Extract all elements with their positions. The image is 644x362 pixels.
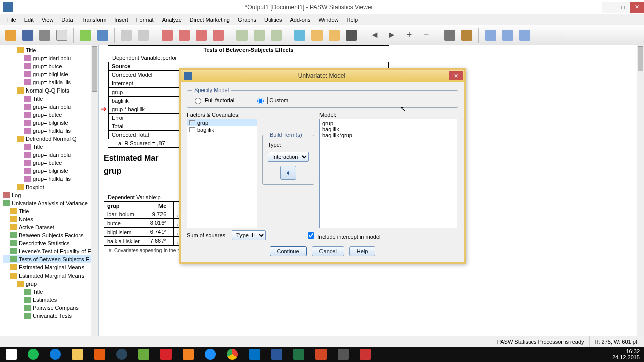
book-button[interactable]: [459, 28, 474, 43]
maximize-button[interactable]: □: [616, 2, 630, 13]
outline-item[interactable]: Boxplot: [3, 183, 98, 191]
dialog-recall-button[interactable]: [95, 28, 110, 43]
outline-item[interactable]: Title: [3, 46, 98, 54]
outline-item[interactable]: Title: [3, 95, 98, 103]
radio-custom[interactable]: Custom: [255, 96, 290, 104]
menu-add-ons[interactable]: Add-ons: [286, 17, 314, 23]
task-vlc[interactable]: [89, 347, 111, 362]
outline-item[interactable]: grup= halkla ilis: [3, 78, 98, 86]
outline-item[interactable]: grup= bilgi isle: [3, 167, 98, 175]
outline-item[interactable]: Title: [3, 207, 98, 215]
task-outlook[interactable]: [244, 347, 266, 362]
model-listbox[interactable]: grupbaglilikbaglilik*grup: [319, 119, 457, 228]
outline-item[interactable]: Estimated Marginal Means: [3, 263, 98, 272]
task-chrome[interactable]: [221, 347, 244, 362]
outline-item[interactable]: Estimated Marginal Means: [3, 272, 98, 280]
add-term-button[interactable]: ➧: [280, 166, 296, 180]
task-steam[interactable]: [111, 347, 133, 362]
outline-item[interactable]: Univariate Analysis of Variance: [3, 199, 98, 207]
outline-pane[interactable]: Titlegrup= idari bolugrup= butcegrup= bi…: [0, 45, 99, 336]
task-generic[interactable]: [332, 347, 354, 362]
menu-insert[interactable]: Insert: [110, 17, 132, 23]
intercept-checkbox[interactable]: Include intercept in model: [306, 231, 380, 240]
task-ie[interactable]: [199, 347, 221, 362]
outline-item[interactable]: Descriptive Statistics: [3, 239, 98, 247]
stop-button[interactable]: [344, 28, 359, 43]
goto-data-button[interactable]: [159, 28, 175, 43]
task-spss[interactable]: [354, 347, 376, 362]
designate-button[interactable]: [292, 28, 307, 43]
outline-item[interactable]: grup= idari bolu: [3, 54, 98, 62]
outline-scrollbar[interactable]: [91, 45, 98, 336]
menu-view[interactable]: View: [38, 17, 58, 23]
export-button[interactable]: [78, 28, 93, 43]
outline-item[interactable]: Active Dataset: [3, 223, 98, 231]
menu-graphs[interactable]: Graphs: [234, 17, 260, 23]
nav-fwd-button[interactable]: ►: [384, 28, 399, 43]
outline-item[interactable]: grup= halkla ilis: [3, 175, 98, 183]
start-button[interactable]: [0, 347, 22, 362]
cancel-button[interactable]: Cancel: [312, 246, 344, 256]
task-spotify[interactable]: [22, 347, 44, 362]
type-combo[interactable]: Interaction: [268, 152, 309, 162]
dialog-titlebar[interactable]: Univariate: Model ✕: [181, 70, 464, 82]
outline-item[interactable]: grup= idari bolu: [3, 151, 98, 159]
taskbar[interactable]: 16:32 24.12.2015: [0, 347, 644, 362]
outline-item[interactable]: Levene's Test of Equality of E: [3, 247, 98, 255]
menu-file[interactable]: File: [3, 17, 20, 23]
outline-item[interactable]: grup= butce: [3, 62, 98, 70]
save-button[interactable]: [20, 28, 35, 43]
task-ccleaner[interactable]: [155, 347, 177, 362]
menu-direct-marketing[interactable]: Direct Marketing: [186, 17, 234, 23]
menu-edit[interactable]: Edit: [20, 17, 38, 23]
goto-case-button[interactable]: [177, 28, 192, 43]
redo-button[interactable]: [136, 28, 151, 43]
chart-button[interactable]: [483, 28, 498, 43]
factor-item[interactable]: grup: [187, 119, 257, 126]
zoom-in-button[interactable]: +: [401, 28, 417, 43]
output-scrollbar[interactable]: [637, 45, 644, 336]
insert-button[interactable]: [211, 28, 226, 43]
task-word[interactable]: [266, 347, 288, 362]
menu-transform[interactable]: Transform: [77, 17, 111, 23]
menu-data[interactable]: Data: [57, 17, 77, 23]
run-button[interactable]: [309, 28, 325, 43]
outline-item[interactable]: Estimates: [3, 296, 98, 304]
factors-listbox[interactable]: grupbaglilik: [187, 119, 257, 228]
continue-button[interactable]: Continue: [270, 246, 307, 256]
model-item[interactable]: baglilik: [322, 126, 455, 132]
menu-help[interactable]: Help: [343, 17, 362, 23]
model-item[interactable]: baglilik*grup: [322, 132, 455, 138]
weight-button[interactable]: [252, 28, 267, 43]
nav-back-button[interactable]: ◄: [367, 28, 382, 43]
dialog-close-button[interactable]: ✕: [449, 71, 463, 80]
print-button[interactable]: [37, 28, 52, 43]
zoom-out-button[interactable]: −: [419, 28, 434, 43]
tree-button[interactable]: [442, 28, 457, 43]
menu-analyze[interactable]: Analyze: [158, 17, 186, 23]
preview-button[interactable]: [54, 28, 69, 43]
split-button[interactable]: [269, 28, 284, 43]
table-button[interactable]: [500, 28, 515, 43]
sos-combo[interactable]: Type III: [232, 230, 266, 240]
help-button[interactable]: Help: [349, 246, 376, 256]
pivot-button[interactable]: [517, 28, 532, 43]
outline-item[interactable]: grup= butce: [3, 111, 98, 119]
outline-item[interactable]: Between-Subjects Factors: [3, 231, 98, 239]
factor-item[interactable]: baglilik: [187, 126, 257, 133]
menu-utilities[interactable]: Utilities: [260, 17, 286, 23]
task-explorer[interactable]: [66, 347, 89, 362]
outline-item[interactable]: grup= bilgi isle: [3, 119, 98, 127]
outline-item[interactable]: Notes: [3, 215, 98, 223]
outline-item[interactable]: Pairwise Comparis: [3, 304, 98, 312]
system-tray[interactable]: 16:32 24.12.2015: [608, 348, 644, 360]
menu-window[interactable]: Window: [314, 17, 342, 23]
outline-item[interactable]: grup= idari bolu: [3, 103, 98, 111]
task-camtasia[interactable]: [133, 347, 155, 362]
outline-item[interactable]: Normal Q-Q Plots: [3, 86, 98, 95]
outline-item[interactable]: grup= bilgi isle: [3, 70, 98, 78]
outline-item[interactable]: Title: [3, 143, 98, 151]
model-item[interactable]: grup: [322, 120, 455, 126]
minimize-button[interactable]: —: [602, 2, 616, 13]
open-button[interactable]: [3, 28, 18, 43]
